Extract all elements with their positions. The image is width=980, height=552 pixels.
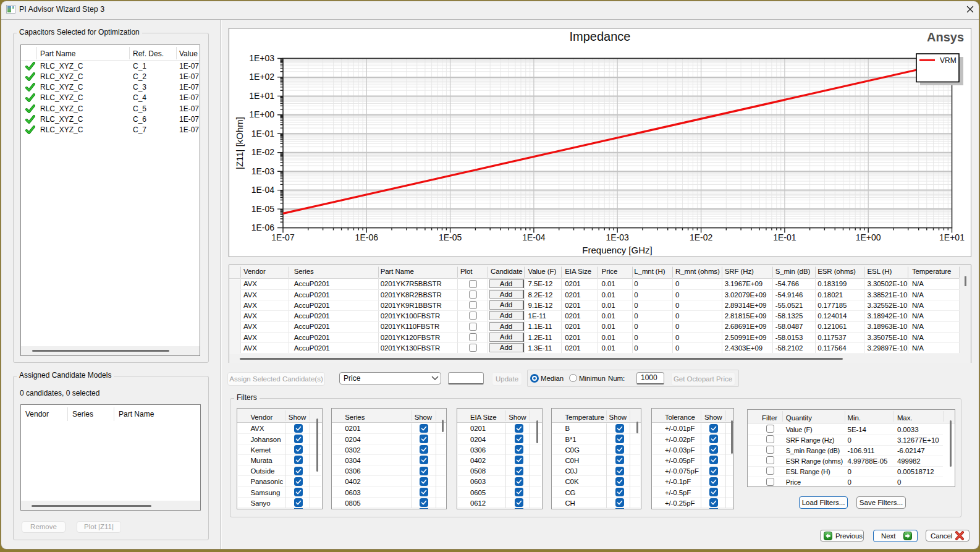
- svg-text:1E-03: 1E-03: [251, 166, 275, 176]
- svg-text:1E-06: 1E-06: [355, 232, 379, 242]
- svg-text:1E-02: 1E-02: [690, 232, 713, 242]
- svg-text:1E-02: 1E-02: [251, 147, 275, 157]
- svg-text:1E-05: 1E-05: [251, 204, 275, 214]
- svg-text:1E+01: 1E+01: [939, 232, 965, 242]
- svg-text:1E+03: 1E+03: [249, 53, 274, 63]
- svg-text:1E-04: 1E-04: [251, 185, 275, 195]
- svg-text:|Z11| [kOhm]: |Z11| [kOhm]: [234, 117, 245, 169]
- svg-text:1E-03: 1E-03: [606, 232, 630, 242]
- svg-text:Ansys: Ansys: [927, 30, 964, 44]
- svg-text:1E-04: 1E-04: [522, 232, 546, 242]
- svg-text:Frequency [GHz]: Frequency [GHz]: [582, 245, 652, 255]
- svg-text:1E-01: 1E-01: [773, 232, 796, 242]
- svg-text:1E-01: 1E-01: [251, 129, 275, 138]
- svg-text:1E+02: 1E+02: [249, 72, 274, 82]
- svg-text:1E+00: 1E+00: [249, 109, 274, 119]
- svg-text:1E-05: 1E-05: [439, 232, 462, 242]
- svg-text:1E+01: 1E+01: [249, 91, 274, 101]
- svg-text:1E-06: 1E-06: [251, 223, 275, 232]
- svg-text:1E-07: 1E-07: [271, 232, 295, 242]
- svg-text:VRM: VRM: [940, 56, 957, 65]
- svg-text:Impedance: Impedance: [570, 30, 631, 43]
- svg-text:1E+00: 1E+00: [856, 232, 881, 242]
